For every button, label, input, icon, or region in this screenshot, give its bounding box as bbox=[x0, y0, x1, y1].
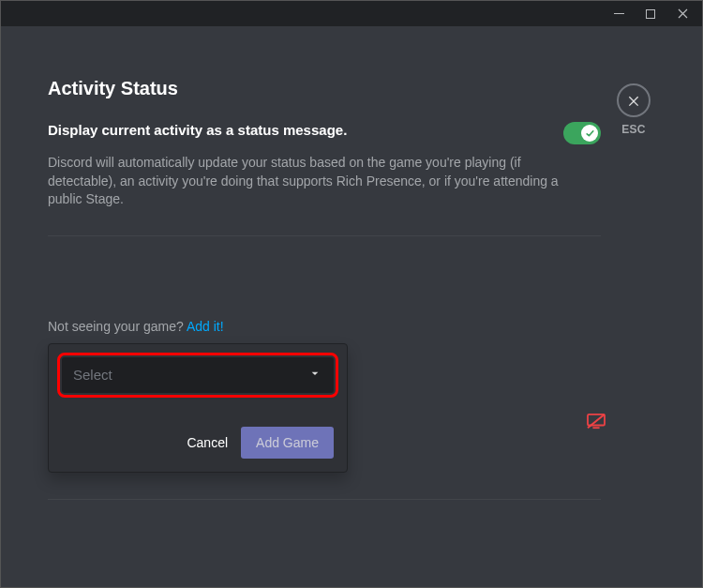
add-it-link[interactable]: Add it! bbox=[187, 319, 224, 334]
prompt-text: Not seeing your game? bbox=[48, 319, 187, 334]
titlebar bbox=[1, 1, 702, 26]
select-placeholder: Select bbox=[73, 367, 112, 383]
divider bbox=[48, 499, 601, 500]
side-column: ESC bbox=[601, 78, 666, 587]
activity-status-setting: Display current activity as a status mes… bbox=[48, 122, 601, 144]
close-window-button[interactable] bbox=[668, 4, 696, 24]
close-icon bbox=[626, 93, 641, 108]
settings-content: Activity Status Display current activity… bbox=[1, 26, 702, 587]
page-title: Activity Status bbox=[48, 78, 601, 99]
add-game-prompt: Not seeing your game? Add it! bbox=[48, 319, 601, 334]
check-icon bbox=[585, 128, 595, 139]
activity-status-toggle[interactable] bbox=[563, 122, 601, 144]
esc-label: ESC bbox=[621, 123, 646, 136]
svg-rect-0 bbox=[614, 13, 624, 14]
add-game-panel: Select Cancel Add Game bbox=[48, 343, 348, 473]
divider bbox=[48, 235, 601, 236]
close-settings-button[interactable] bbox=[617, 83, 651, 117]
chevron-down-icon bbox=[307, 366, 322, 384]
cancel-button[interactable]: Cancel bbox=[187, 435, 228, 450]
screen-share-off-icon bbox=[586, 413, 606, 433]
toggle-knob bbox=[581, 125, 598, 142]
maximize-button[interactable] bbox=[636, 4, 665, 24]
setting-description: Discord will automatically update your s… bbox=[48, 154, 573, 209]
minimize-button[interactable] bbox=[605, 4, 633, 24]
svg-rect-3 bbox=[592, 427, 599, 429]
app-window: Activity Status Display current activity… bbox=[0, 0, 703, 588]
svg-rect-1 bbox=[647, 9, 655, 18]
main-column: Activity Status Display current activity… bbox=[48, 78, 601, 587]
game-select-dropdown[interactable]: Select bbox=[62, 357, 334, 393]
add-game-button[interactable]: Add Game bbox=[241, 427, 334, 459]
panel-actions: Cancel Add Game bbox=[62, 427, 334, 459]
setting-label: Display current activity as a status mes… bbox=[48, 122, 347, 138]
